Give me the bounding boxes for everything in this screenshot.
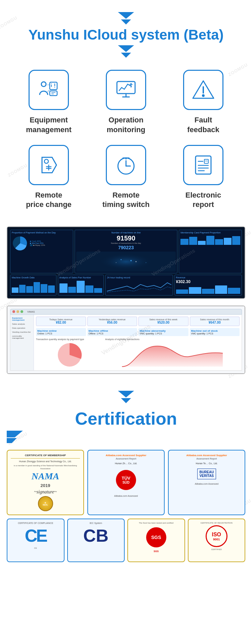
alibaba-header-1: Alibaba.com Assessed Supplier	[106, 454, 146, 457]
stat-month-label: Sales revenue of this month	[192, 318, 238, 321]
tuv-cert-card: Alibaba.com Assessed Supplier Assessment…	[87, 450, 165, 515]
clock-icon-box	[106, 145, 146, 185]
light-dashboard-box: VMAS Equipment management Sales analysis…	[7, 306, 245, 374]
certs-bottom-row: CERTIFICATE OF COMPLIANCE CE CE IEC Syst…	[7, 519, 245, 562]
warning-icon-box	[183, 70, 223, 110]
svg-rect-1	[50, 82, 57, 90]
equipment-label: Equipmentmanagement	[26, 115, 72, 135]
nama-card-inner: CERTIFICATE OF MEMBERSHIP Hunan Zhonggu …	[11, 454, 80, 511]
machine-abnormal-title: Machine abnormally	[140, 329, 187, 332]
line-chart	[107, 279, 171, 293]
machine-offline-val: Offline: 1 PCS	[89, 332, 136, 335]
feature-remote-timing-switch: Remotetiming switch	[92, 145, 160, 210]
alibaba-header-2: Alibaba.com Assessed Supplier	[186, 454, 227, 457]
cb-logo: CB	[83, 526, 109, 546]
header-arrow-bottom	[7, 45, 245, 58]
sidebar-item-1[interactable]: Equipment management	[10, 316, 34, 322]
charts-row: Transaction quantity analysis by payment…	[36, 338, 240, 368]
pie-chart-2	[56, 341, 83, 368]
electronic-report-label: Electronicreport	[185, 191, 221, 210]
machine-offline-title: Machine offline	[89, 329, 136, 332]
machine-online-card: Machine online Online: 1 PCS	[36, 328, 86, 336]
dark-dashboard: Proportion of Payment Method on the Day …	[7, 227, 245, 298]
alibaba-sub-1: Assessment Report	[116, 458, 136, 460]
iso-outer-ring: ISO 9001	[206, 525, 227, 547]
features-row-2: Remoteprice change Remotet	[10, 145, 242, 210]
sales-bars	[59, 279, 102, 293]
window-title: VMAS	[27, 310, 35, 313]
dash-label-payment: Proportion of Payment Method on the Day	[12, 231, 72, 234]
chart-payment-type: Transaction quantity analysis by payment…	[36, 338, 103, 368]
svg-point-40	[116, 262, 116, 263]
stat-week-val: ¥520.00	[140, 321, 187, 324]
app-sidebar: Equipment management Sales analysis Data…	[10, 315, 34, 370]
ce-logo: CE	[25, 526, 46, 546]
svg-point-18	[44, 159, 48, 163]
sidebar-item-4[interactable]: Vending machine list	[10, 330, 34, 334]
ce-cert-card: CERTIFICATE OF COMPLIANCE CE CE	[7, 519, 65, 562]
arrow-bottom	[121, 19, 131, 24]
dark-dashboard-box: Proportion of Payment Method on the Day …	[7, 226, 245, 299]
certs-top-row: CERTIFICATE OF MEMBERSHIP Hunan Zhonggu …	[7, 450, 245, 515]
equipment-icon	[37, 78, 60, 102]
dash-big-num: 91590	[76, 234, 176, 242]
svg-point-0	[41, 82, 46, 87]
sidebar-item-3[interactable]: Data operation	[10, 326, 34, 330]
svg-rect-8	[50, 91, 57, 96]
iso-number: 9001	[213, 538, 220, 541]
svg-point-36	[130, 260, 132, 261]
svg-line-7	[48, 90, 50, 92]
screenshot-section-1: Proportion of Payment Method on the Day …	[0, 223, 252, 384]
feature-fault-feedback: Faultfeedback	[170, 70, 237, 135]
china-map	[76, 252, 176, 272]
arrow-top	[118, 12, 134, 19]
ce-sub: CE	[34, 547, 37, 549]
dash-revenue-val: ¥302.30	[176, 279, 240, 284]
svg-point-38	[121, 259, 122, 260]
tuv-company-info: Hunan Zh… Co., Ltd.	[115, 462, 137, 466]
iso-cert-card: CERTIFICATE OF REGISTRATION ISO 9001 CER…	[188, 519, 246, 562]
main-content-area: Todays Sales revenue ¥82.00 Yesterdays s…	[34, 315, 242, 370]
pie-chart-icon	[12, 235, 29, 252]
price-label: Remoteprice change	[26, 191, 72, 210]
clock-icon	[114, 153, 138, 177]
tuv-text: TÜV	[122, 476, 130, 481]
svg-point-39	[145, 262, 146, 263]
cert-title-area: Certification	[7, 391, 245, 443]
dash-label-sales: Analysis of Sales Pan Number	[59, 276, 102, 279]
sgs-top-text: The Soot has been tested and certified	[139, 522, 173, 524]
stat-card-month: Sales revenue of this month ¥647.00	[190, 317, 240, 326]
gold-seal-text: ★SEAL	[43, 501, 48, 506]
machine-stock-val: VMC quantity: 1 PCS	[191, 332, 239, 335]
nama-cert-card: CERTIFICATE OF MEMBERSHIP Hunan Zhonggu …	[7, 450, 84, 515]
cert-arrow	[7, 391, 245, 403]
stat-week-label: Sales revenue of this week	[140, 318, 187, 321]
cb-cert-card: IEC System CB	[67, 519, 125, 562]
dash-label-machines: Number of machines on line	[76, 231, 176, 234]
machine-offline-card: Machine offline Offline: 1 PCS	[87, 328, 137, 336]
feature-remote-price-change: Remoteprice change	[15, 145, 82, 210]
feature-operation-monitoring: Operationmonitoring	[92, 70, 160, 135]
cert-arrow2-top	[7, 431, 23, 437]
features-section: Equipmentmanagement	[0, 63, 252, 223]
sidebar-item-5[interactable]: commodity management	[10, 334, 34, 340]
cert-arrow-top	[118, 391, 134, 397]
price-icon	[37, 153, 60, 177]
sidebar-item-2[interactable]: Sales analysis	[10, 322, 34, 326]
machine-online-val: Online: 1 PCS	[37, 332, 85, 335]
alibaba-sub-2: Assessment Report	[196, 458, 217, 460]
stat-card-yesterday: Yesterdays sales revenue ¥56.00	[87, 317, 137, 326]
fault-label: Faultfeedback	[187, 115, 219, 135]
svg-point-35	[99, 253, 153, 270]
chart1-label: Transaction quantity analysis by payment…	[36, 338, 103, 340]
cert-arrow-bottom	[121, 398, 131, 403]
cert-title: Certification	[7, 409, 245, 429]
tuv-badge: TÜV SÜD	[116, 470, 136, 490]
timing-label: Remotetiming switch	[102, 191, 150, 210]
dash-label-24hr: 24-hour trading record	[107, 276, 171, 279]
stat-card-week: Sales revenue of this week ¥520.00	[138, 317, 188, 326]
svg-rect-29	[204, 159, 208, 163]
page-wrapper: ZOOMGU ZOOMGU ZOOMGU ZOOMGU ZOOMGU ZOOMG…	[0, 0, 252, 566]
header-arrow	[7, 12, 245, 24]
feature-equipment-management: Equipmentmanagement	[15, 70, 82, 135]
